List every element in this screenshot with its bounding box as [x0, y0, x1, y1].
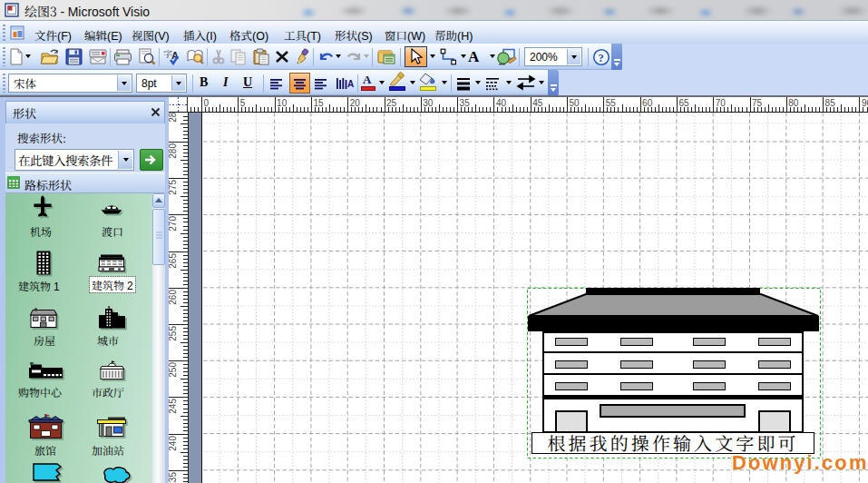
svg-text:A: A — [347, 79, 354, 89]
svg-text:?: ? — [599, 52, 604, 64]
